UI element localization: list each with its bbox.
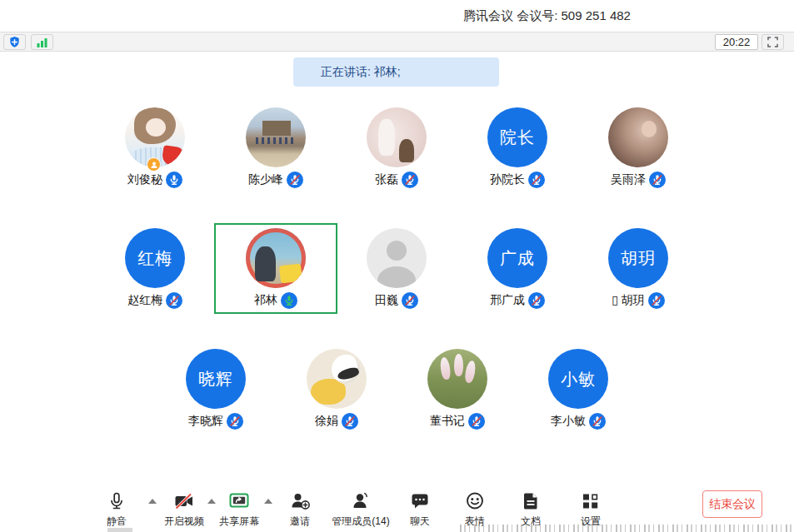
mic-muted-icon [227, 413, 243, 430]
mic-muted-icon [402, 172, 418, 188]
participant-name: ▯ 胡玥 [612, 293, 645, 308]
meeting-duration: 20:22 [715, 34, 758, 50]
avatar: 胡玥 [608, 228, 668, 288]
participant-name: 刘俊秘 [127, 172, 162, 187]
participant-tile[interactable]: 小敏 李小敏 [517, 344, 640, 435]
avatar-initials: 院长 [500, 127, 535, 149]
participant-tile[interactable]: 刘俊秘 [93, 102, 217, 193]
participant-name: 祁林 [254, 293, 277, 308]
participant-name: 孙院长 [490, 172, 525, 187]
security-shield-icon[interactable] [3, 34, 26, 50]
speaking-banner-text: 正在讲话: 祁林; [321, 65, 401, 80]
meeting-title: 腾讯会议 会议号: 509 251 482 [463, 8, 631, 24]
mic-on-icon [166, 172, 182, 188]
mic-muted-icon [468, 413, 485, 430]
participant-tile[interactable]: 田巍 [335, 223, 458, 314]
avatar-art [439, 356, 452, 380]
avatar-initials: 胡玥 [621, 247, 656, 270]
avatar-placeholder [367, 228, 427, 288]
avatar [246, 107, 306, 167]
participant-name: 赵红梅 [127, 293, 162, 308]
participant-tile[interactable]: 红梅 赵红梅 [93, 223, 217, 314]
end-meeting-button[interactable]: 结束会议 [702, 490, 762, 518]
title-bar: 腾讯会议 会议号: 509 251 482 [0, 0, 794, 32]
participant-tile[interactable]: 胡玥 ▯ 胡玥 [577, 223, 700, 314]
settings-grid-icon [551, 490, 631, 513]
participant-tile[interactable]: 晓辉 李晓辉 [154, 344, 277, 435]
mic-muted-icon [402, 292, 418, 309]
mic-muted-icon [589, 413, 606, 430]
participant-name: 张磊 [375, 172, 398, 187]
participant-tile[interactable]: 张磊 [335, 102, 458, 193]
participant-tile[interactable]: 徐娟 [275, 344, 398, 435]
avatar-initials: 小敏 [561, 368, 596, 390]
participant-name: 吴雨泽 [611, 172, 646, 187]
avatar-initials: 广成 [500, 247, 535, 270]
clipped-text-strip [460, 525, 794, 532]
participant-name: 董书记 [430, 414, 465, 429]
mic-muted-icon [648, 292, 665, 309]
participant-name: 田巍 [375, 293, 398, 308]
participant-name: 徐娟 [315, 414, 338, 429]
avatar: 院长 [487, 107, 547, 167]
participant-tile-selected[interactable]: 祁林 [214, 223, 337, 314]
avatar [246, 228, 306, 288]
settings-button[interactable]: 设置 [551, 490, 631, 529]
participant-name: 邢广成 [490, 293, 525, 308]
mic-muted-icon [528, 172, 545, 188]
mic-muted-icon [528, 292, 545, 309]
avatar [427, 349, 487, 409]
avatar: 晓辉 [186, 349, 246, 409]
meeting-window: 腾讯会议 会议号: 509 251 482 20:22 正在讲话: 祁林; 刘俊… [0, 0, 794, 532]
participant-tile[interactable]: 广成 邢广成 [456, 223, 579, 314]
participant-tile[interactable]: 陈少峰 [214, 102, 337, 193]
avatar: 广成 [487, 228, 547, 288]
avatar-initials: 红梅 [137, 247, 172, 270]
mic-muted-icon [342, 413, 358, 430]
fullscreen-icon[interactable] [762, 34, 784, 50]
avatar-art [464, 360, 477, 383]
clipped-window-fragment [107, 528, 132, 532]
avatar-initials: 晓辉 [198, 368, 233, 390]
avatar: 小敏 [548, 349, 608, 409]
avatar [608, 107, 668, 167]
participant-tile[interactable]: 董书记 [396, 344, 519, 435]
host-badge-icon [147, 157, 161, 172]
mic-muted-icon [287, 172, 303, 188]
avatar [367, 107, 427, 167]
participant-tile[interactable]: 吴雨泽 [577, 102, 700, 193]
status-bar: 20:22 [0, 32, 794, 52]
participant-name: 陈少峰 [248, 172, 283, 187]
participant-name: 李小敏 [551, 414, 586, 429]
mic-speaking-icon [281, 292, 297, 309]
network-signal-icon[interactable] [31, 34, 53, 50]
participant-tile[interactable]: 院长 孙院长 [456, 102, 579, 193]
speaking-banner: 正在讲话: 祁林; [293, 57, 499, 87]
avatar [307, 349, 367, 409]
avatar-art [454, 354, 463, 376]
mic-muted-icon [166, 292, 182, 309]
mic-muted-icon [649, 172, 666, 188]
avatar: 红梅 [125, 228, 185, 288]
participant-name: 李晓辉 [188, 414, 223, 429]
